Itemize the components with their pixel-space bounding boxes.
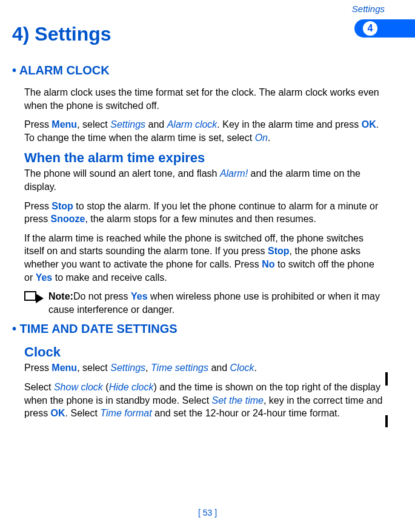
section-alarm-clock: • ALARM CLOCK bbox=[12, 64, 385, 77]
ui-option-alarm-clock: Alarm clock bbox=[167, 119, 217, 130]
body-text: Press Menu, select Settings and Alarm cl… bbox=[24, 118, 385, 144]
chapter-number-badge: 4 bbox=[363, 21, 377, 36]
body-text: Select Show clock (Hide clock) and the t… bbox=[24, 381, 385, 420]
ui-key-stop: Stop bbox=[51, 201, 73, 211]
ui-key-yes: Yes bbox=[36, 272, 53, 283]
svg-rect-0 bbox=[25, 292, 36, 300]
section-time-date: • TIME AND DATE SETTINGS bbox=[12, 322, 385, 336]
ui-text-alarm: Alarm! bbox=[220, 168, 248, 179]
body-text: The alarm clock uses the time format set… bbox=[24, 86, 385, 112]
note-block: Note:Do not press Yes when wireless phon… bbox=[24, 290, 385, 316]
note-icon bbox=[24, 290, 48, 304]
ui-key-menu: Menu bbox=[51, 363, 77, 373]
page-number: [ 53 ] bbox=[0, 508, 415, 517]
ui-option-settings: Settings bbox=[110, 363, 145, 373]
note-text: Note:Do not press Yes when wireless phon… bbox=[48, 290, 385, 316]
ui-key-stop: Stop bbox=[268, 246, 290, 256]
running-header: Settings bbox=[352, 4, 385, 14]
ui-key-ok: OK bbox=[51, 408, 65, 418]
ui-option-show-clock: Show clock bbox=[54, 382, 103, 392]
ui-key-yes: Yes bbox=[131, 291, 148, 301]
page-content: 4) Settings • ALARM CLOCK The alarm cloc… bbox=[0, 0, 415, 420]
body-text: If the alarm time is reached while the p… bbox=[24, 232, 385, 284]
chapter-title: 4) Settings bbox=[12, 23, 385, 45]
ui-option-time-settings: Time settings bbox=[151, 363, 208, 373]
ui-key-snooze: Snooze bbox=[51, 214, 85, 224]
ui-option-time-format: Time format bbox=[100, 408, 151, 418]
body-text: The phone will sound an alert tone, and … bbox=[24, 167, 385, 193]
subsection-clock: Clock bbox=[24, 344, 385, 360]
ui-option-on: On bbox=[255, 133, 268, 143]
chapter-tab: 4 bbox=[354, 19, 415, 38]
body-text: Press Menu, select Settings, Time settin… bbox=[24, 361, 385, 375]
ui-key-no: No bbox=[262, 259, 274, 269]
ui-key-menu: Menu bbox=[51, 119, 77, 130]
body-text: Press Stop to stop the alarm. If you let… bbox=[24, 200, 385, 226]
subsection-alarm-expires: When the alarm time expires bbox=[24, 150, 385, 166]
svg-marker-1 bbox=[36, 294, 44, 303]
ui-key-ok: OK bbox=[362, 119, 376, 130]
change-bar bbox=[385, 372, 388, 386]
ui-option-clock: Clock bbox=[230, 363, 254, 373]
ui-option-hide-clock: Hide clock bbox=[109, 382, 154, 392]
ui-option-settings: Settings bbox=[110, 119, 145, 130]
change-bar bbox=[385, 415, 388, 427]
ui-option-set-the-time: Set the time bbox=[212, 395, 264, 406]
